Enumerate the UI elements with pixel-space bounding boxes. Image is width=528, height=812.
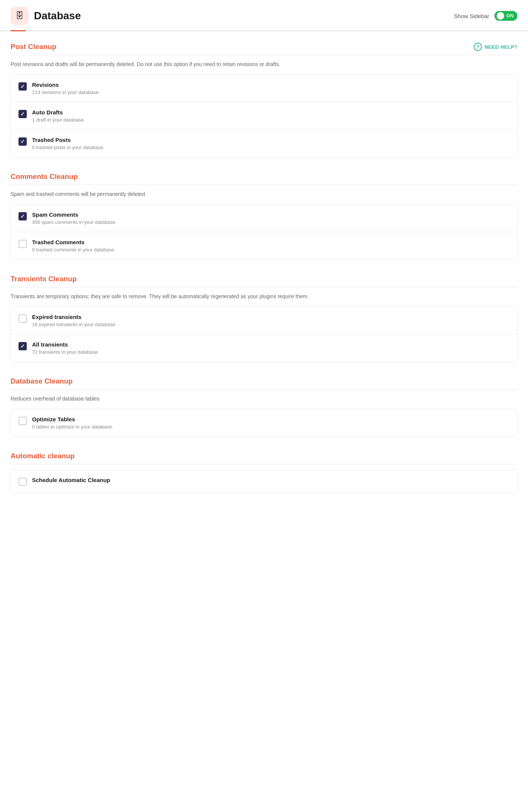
options-box-database-cleanup: Optimize Tables0 tables to optimize in y… (11, 409, 517, 437)
checkbox-all-transients[interactable] (18, 342, 27, 350)
section-comments-cleanup: Comments CleanupSpam and trashed comment… (11, 173, 517, 260)
option-label-trashed-posts: Trashed Posts (32, 137, 104, 143)
checkbox-auto-drafts[interactable] (18, 110, 27, 118)
header-left: 🗄 Database (11, 7, 81, 25)
option-desc-expired-transients: 18 expired transients in your database. (32, 322, 117, 327)
option-item-trashed-posts: Trashed Posts0 trashed posts in your dat… (11, 130, 517, 157)
section-title-automatic-cleanup: Automatic cleanup (11, 452, 75, 460)
option-text-schedule-automatic-cleanup: Schedule Automatic Cleanup (32, 477, 110, 483)
need-help-button[interactable]: ?NEED HELP? (474, 43, 517, 51)
section-header-database-cleanup: Database Cleanup (11, 377, 517, 390)
option-desc-trashed-comments: 0 trashed comments in your database. (32, 247, 115, 253)
section-description-post-cleanup: Post revisions and drafts will be perman… (11, 60, 517, 68)
option-item-expired-transients: Expired transients18 expired transients … (11, 307, 517, 334)
option-label-all-transients: All transients (32, 341, 99, 348)
option-item-schedule-automatic-cleanup: Schedule Automatic Cleanup (11, 470, 517, 493)
option-desc-optimize-tables: 0 tables to optimize in your database. (32, 424, 113, 430)
section-title-database-cleanup: Database Cleanup (11, 377, 73, 385)
section-description-database-cleanup: Reduces overhead of database tables (11, 395, 517, 403)
section-header-post-cleanup: Post Cleanup?NEED HELP? (11, 43, 517, 55)
option-text-trashed-comments: Trashed Comments0 trashed comments in yo… (32, 239, 115, 253)
section-header-automatic-cleanup: Automatic cleanup (11, 452, 517, 464)
option-desc-auto-drafts: 1 draft in your database. (32, 117, 85, 123)
toggle-on-text: ON (507, 13, 514, 18)
header-right: Show Sidebar ON (454, 11, 517, 21)
section-automatic-cleanup: Automatic cleanupSchedule Automatic Clea… (11, 452, 517, 493)
option-desc-spam-comments: 456 spam comments in your database. (32, 219, 117, 225)
help-icon: ? (474, 43, 482, 51)
option-text-revisions: Revisions214 revisions in your database. (32, 82, 100, 95)
option-text-all-transients: All transients72 transients in your data… (32, 341, 99, 355)
checkbox-optimize-tables[interactable] (18, 417, 27, 425)
option-item-optimize-tables: Optimize Tables0 tables to optimize in y… (11, 409, 517, 436)
option-item-trashed-comments: Trashed Comments0 trashed comments in yo… (11, 232, 517, 259)
section-description-comments-cleanup: Spam and trashed comments will be perman… (11, 190, 517, 198)
option-text-expired-transients: Expired transients18 expired transients … (32, 314, 117, 327)
option-item-all-transients: All transients72 transients in your data… (11, 334, 517, 362)
option-label-revisions: Revisions (32, 82, 100, 88)
option-label-auto-drafts: Auto Drafts (32, 109, 85, 116)
options-box-comments-cleanup: Spam Comments456 spam comments in your d… (11, 204, 517, 260)
sidebar-toggle[interactable]: ON (494, 11, 517, 21)
checkbox-revisions[interactable] (18, 82, 27, 91)
main-content: Post Cleanup?NEED HELP?Post revisions an… (0, 31, 528, 519)
section-header-transients-cleanup: Transients Cleanup (11, 275, 517, 287)
option-item-spam-comments: Spam Comments456 spam comments in your d… (11, 205, 517, 232)
section-title-post-cleanup: Post Cleanup (11, 43, 56, 51)
option-label-expired-transients: Expired transients (32, 314, 117, 320)
need-help-label: NEED HELP? (485, 44, 517, 50)
options-box-automatic-cleanup: Schedule Automatic Cleanup (11, 470, 517, 493)
checkbox-trashed-posts[interactable] (18, 137, 27, 146)
option-label-trashed-comments: Trashed Comments (32, 239, 115, 245)
option-text-spam-comments: Spam Comments456 spam comments in your d… (32, 211, 117, 225)
section-post-cleanup: Post Cleanup?NEED HELP?Post revisions an… (11, 43, 517, 157)
option-desc-revisions: 214 revisions in your database. (32, 89, 100, 95)
checkbox-trashed-comments[interactable] (18, 240, 27, 248)
checkbox-schedule-automatic-cleanup[interactable] (18, 478, 27, 486)
option-desc-all-transients: 72 transients in your database. (32, 349, 99, 355)
page-title: Database (34, 10, 81, 22)
option-item-auto-drafts: Auto Drafts1 draft in your database. (11, 102, 517, 130)
checkbox-expired-transients[interactable] (18, 314, 27, 323)
option-label-schedule-automatic-cleanup: Schedule Automatic Cleanup (32, 477, 110, 483)
option-text-auto-drafts: Auto Drafts1 draft in your database. (32, 109, 85, 123)
header: 🗄 Database Show Sidebar ON (0, 0, 528, 31)
options-box-post-cleanup: Revisions214 revisions in your database.… (11, 74, 517, 157)
option-desc-trashed-posts: 0 trashed posts in your database. (32, 145, 104, 150)
database-icon: 🗄 (11, 7, 29, 25)
toggle-knob (497, 12, 504, 20)
section-title-transients-cleanup: Transients Cleanup (11, 275, 77, 283)
checkbox-spam-comments[interactable] (18, 212, 27, 220)
option-label-optimize-tables: Optimize Tables (32, 416, 113, 422)
option-label-spam-comments: Spam Comments (32, 211, 117, 218)
option-text-trashed-posts: Trashed Posts0 trashed posts in your dat… (32, 137, 104, 150)
section-description-transients-cleanup: Transients are temporary options; they a… (11, 293, 517, 300)
section-database-cleanup: Database CleanupReduces overhead of data… (11, 377, 517, 437)
section-title-comments-cleanup: Comments Cleanup (11, 173, 78, 181)
section-header-comments-cleanup: Comments Cleanup (11, 173, 517, 185)
section-transients-cleanup: Transients CleanupTransients are tempora… (11, 275, 517, 362)
option-item-revisions: Revisions214 revisions in your database. (11, 75, 517, 102)
show-sidebar-label: Show Sidebar (454, 13, 489, 19)
options-box-transients-cleanup: Expired transients18 expired transients … (11, 307, 517, 362)
option-text-optimize-tables: Optimize Tables0 tables to optimize in y… (32, 416, 113, 430)
